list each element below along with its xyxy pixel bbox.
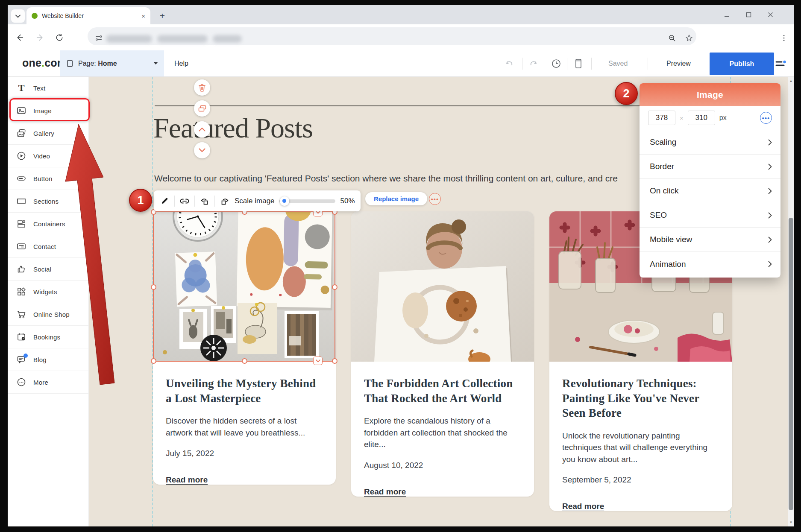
blog-card-2-read-more-link[interactable]: Read more: [364, 487, 406, 497]
panel-item-border[interactable]: Border: [640, 155, 780, 179]
sidebar-item-more[interactable]: More: [8, 371, 88, 394]
panel-item-mobile-view[interactable]: Mobile view: [640, 228, 780, 252]
crop-handle-bottom[interactable]: [313, 357, 323, 365]
sections-icon: [16, 196, 26, 206]
sidebar-item-video[interactable]: Video: [8, 145, 88, 167]
blog-card-2[interactable]: The Forbidden Art Collection That Rocked…: [351, 211, 534, 497]
mobile-preview-icon[interactable]: [572, 58, 584, 70]
close-icon[interactable]: [768, 12, 773, 18]
containers-icon: [16, 219, 26, 229]
social-thumbs-up-icon: [16, 264, 26, 274]
app-window: Website Builder × + one.com Page: Home H…: [0, 0, 801, 532]
duplicate-icon: [198, 105, 206, 112]
maximize-icon[interactable]: [746, 12, 751, 18]
blog-card-1-read-more-link[interactable]: Read more: [166, 475, 208, 485]
times-glyph: ×: [680, 114, 684, 122]
tab-close-icon[interactable]: ×: [141, 12, 145, 20]
trash-icon: [198, 84, 206, 92]
delete-element-button[interactable]: [194, 79, 210, 96]
page-selector-dropdown[interactable]: Page: Home: [60, 50, 164, 76]
preview-button[interactable]: Preview: [666, 60, 691, 67]
sidebar-item-online-shop[interactable]: Online Shop: [8, 303, 88, 326]
saved-status: Saved: [608, 60, 628, 67]
redacted-url-blob: [106, 35, 152, 43]
page-icon: [66, 59, 74, 67]
panel-item-on-click[interactable]: On click: [640, 179, 780, 203]
sidebar-item-bookings[interactable]: Bookings: [8, 326, 88, 348]
replace-image-button[interactable]: Replace image: [365, 192, 427, 205]
blog-card-1-title: Unveiling the Mystery Behind a Lost Mast…: [166, 376, 323, 406]
rotate-right-icon[interactable]: [219, 196, 230, 207]
site-intro-text: Welcome to our captivating 'Featured Pos…: [154, 173, 618, 184]
move-element-up-button[interactable]: [194, 121, 210, 137]
forward-icon[interactable]: [35, 32, 46, 43]
builder-menu-icon[interactable]: [775, 58, 787, 70]
sidebar-item-social[interactable]: Social: [8, 258, 88, 281]
history-clock-icon[interactable]: [550, 58, 562, 70]
chevron-down-icon: [199, 148, 205, 152]
image-height-input[interactable]: [688, 111, 715, 125]
resize-handle-mid-right[interactable]: [332, 284, 337, 290]
tab-search-chevron-button[interactable]: [11, 9, 25, 23]
chevron-up-icon: [199, 127, 205, 132]
minimize-icon[interactable]: [724, 12, 730, 18]
reload-icon[interactable]: [54, 32, 65, 43]
sidebar-item-widgets[interactable]: Widgets: [8, 281, 88, 303]
duplicate-element-button[interactable]: [194, 100, 210, 117]
blog-card-2-image[interactable]: [351, 211, 534, 362]
publish-button[interactable]: Publish: [710, 53, 774, 75]
sidebar-item-blog[interactable]: Blog: [8, 348, 88, 371]
resize-handle-bottom-mid[interactable]: [242, 358, 247, 364]
scroll-down-icon[interactable]: ▼: [788, 519, 794, 526]
rotate-left-icon[interactable]: [199, 196, 210, 207]
link-icon[interactable]: [179, 196, 190, 207]
chevron-right-icon: [768, 188, 772, 194]
image-size-row: × px •••: [640, 106, 780, 130]
back-icon[interactable]: [14, 32, 25, 43]
undo-icon[interactable]: [504, 58, 516, 70]
sidebar-item-contact[interactable]: Contact: [8, 235, 88, 258]
panel-item-seo[interactable]: SEO: [640, 203, 780, 228]
window-controls: [724, 5, 773, 24]
zoom-page-icon[interactable]: [666, 32, 678, 44]
chevron-right-icon: [768, 139, 772, 146]
edit-pencil-icon[interactable]: [159, 196, 170, 207]
browser-tab[interactable]: Website Builder ×: [26, 7, 150, 24]
chevron-right-icon: [768, 212, 772, 219]
sidebar-item-gallery[interactable]: Gallery: [8, 122, 88, 145]
sidebar-item-containers[interactable]: Containers: [8, 213, 88, 235]
scrollbar-thumb[interactable]: [789, 218, 793, 510]
blog-card-1-excerpt: Discover the hidden secrets of a lost ar…: [166, 415, 323, 438]
chevron-right-icon: [768, 164, 772, 170]
chevron-right-icon: [768, 261, 772, 267]
blog-notification-dot: [23, 354, 28, 358]
image-toolbar: Scale image 50%: [154, 190, 361, 211]
size-more-options-icon[interactable]: •••: [760, 112, 772, 124]
panel-item-animation[interactable]: Animation: [640, 252, 780, 276]
page-scrollbar[interactable]: ▲ ▼: [788, 77, 794, 526]
resize-handle-mid-left[interactable]: [151, 284, 156, 290]
new-tab-button[interactable]: +: [156, 10, 168, 22]
scroll-up-icon[interactable]: ▲: [788, 78, 794, 84]
move-element-down-button[interactable]: [194, 142, 210, 158]
resize-handle-bottom-left[interactable]: [151, 358, 156, 364]
cart-icon: [16, 309, 26, 319]
scale-image-slider[interactable]: [279, 199, 335, 203]
sidebar-item-button[interactable]: Button: [8, 167, 88, 190]
image-more-options-icon[interactable]: •••: [429, 193, 441, 205]
image-width-input[interactable]: [648, 111, 675, 125]
help-button[interactable]: Help: [174, 60, 188, 67]
gallery-icon: [16, 128, 26, 138]
scale-image-label: Scale image: [235, 197, 275, 205]
browser-menu-kebab-icon[interactable]: [778, 32, 789, 44]
blog-card-3-read-more-link[interactable]: Read more: [562, 502, 604, 511]
sidebar-item-text[interactable]: T Text: [8, 77, 88, 99]
panel-item-scaling[interactable]: Scaling: [640, 130, 780, 155]
slider-thumb[interactable]: [280, 196, 289, 206]
sidebar-item-sections[interactable]: Sections: [8, 190, 88, 213]
bookmark-star-icon[interactable]: [684, 32, 695, 44]
site-settings-icon[interactable]: [93, 32, 104, 44]
image-selection-frame[interactable]: [153, 211, 335, 362]
redo-icon[interactable]: [527, 58, 539, 70]
resize-handle-bottom-right[interactable]: [332, 358, 337, 364]
